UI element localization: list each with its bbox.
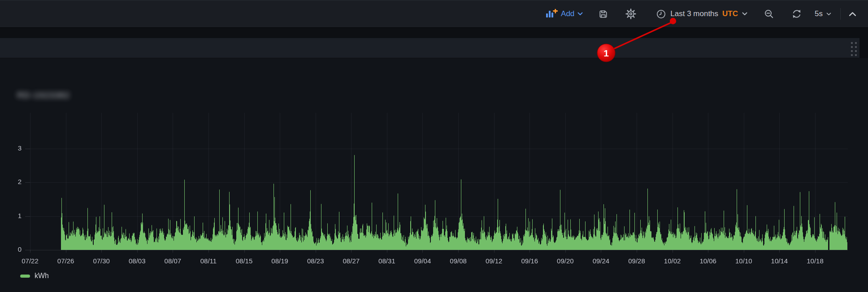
y-tick-label: 1 <box>0 212 22 219</box>
x-tick-label: 08/03 <box>129 257 146 265</box>
zoom-out-button[interactable] <box>759 0 779 27</box>
x-tick-label: 10/10 <box>735 257 752 265</box>
x-tick-label: 10/06 <box>699 257 716 265</box>
save-icon <box>598 9 608 19</box>
x-tick-label: 09/28 <box>628 257 645 265</box>
legend-item-kwh[interactable]: kWh <box>20 272 49 280</box>
y-tick-label: 3 <box>0 144 22 152</box>
x-tick-label: 07/26 <box>57 257 74 265</box>
toolbar-actions: Add <box>541 0 868 27</box>
chevron-up-icon <box>849 12 856 17</box>
add-button[interactable]: Add <box>541 0 587 27</box>
x-axis-labels: 07/2207/2607/3008/0308/0708/1108/1508/19… <box>0 257 868 266</box>
collapse-toolbar-button[interactable] <box>846 0 859 27</box>
gear-icon <box>625 9 636 19</box>
legend-label: kWh <box>35 272 49 280</box>
x-tick-label: 08/31 <box>378 257 395 265</box>
chevron-down-icon <box>826 13 831 16</box>
timezone-label: UTC <box>722 9 738 18</box>
y-tick-label: 0 <box>0 245 22 253</box>
y-tick-label: 2 <box>0 178 22 185</box>
x-tick-label: 10/18 <box>807 257 824 265</box>
x-tick-label: 08/07 <box>165 257 182 265</box>
x-tick-label: 10/02 <box>664 257 681 265</box>
clock-icon <box>656 9 666 19</box>
chart-panel: RD-1923382 0123 07/2207/2607/3008/0308/0… <box>0 58 868 292</box>
x-tick-label: 09/16 <box>521 257 538 265</box>
toolbar-divider <box>840 8 841 20</box>
chevron-down-icon <box>742 12 747 16</box>
drag-handle-icon[interactable] <box>851 42 857 56</box>
x-tick-label: 07/30 <box>93 257 110 265</box>
x-tick-label: 09/08 <box>450 257 467 265</box>
time-range-label: Last 3 months <box>670 9 718 18</box>
x-tick-label: 08/27 <box>343 257 360 265</box>
legend: kWh <box>20 272 49 280</box>
add-button-label: Add <box>561 9 574 18</box>
x-tick-label: 08/23 <box>307 257 324 265</box>
dashboard-settings-button[interactable] <box>621 0 641 27</box>
grafana-dashboard: Add <box>0 0 868 292</box>
refresh-interval-button[interactable]: 5s <box>810 0 836 27</box>
refresh-interval-label: 5s <box>815 9 823 18</box>
x-tick-label: 09/24 <box>593 257 610 265</box>
legend-swatch <box>20 275 30 278</box>
collapsed-row <box>0 38 859 58</box>
x-tick-label: 09/12 <box>486 257 503 265</box>
x-tick-label: 09/20 <box>557 257 574 265</box>
zoom-out-icon <box>764 9 774 19</box>
save-dashboard-button[interactable] <box>594 0 613 27</box>
dashboard-toolbar: Add <box>0 0 868 27</box>
refresh-button[interactable] <box>787 0 807 27</box>
x-tick-label: 08/15 <box>236 257 253 265</box>
x-tick-label: 08/11 <box>200 257 217 265</box>
panel-title[interactable]: RD-1923382 <box>17 90 70 100</box>
x-tick-label: 07/22 <box>22 257 39 265</box>
x-tick-label: 08/19 <box>271 257 288 265</box>
chevron-down-icon <box>577 12 583 16</box>
x-tick-label: 10/14 <box>771 257 788 265</box>
add-panel-icon <box>546 9 558 19</box>
x-tick-label: 09/04 <box>414 257 431 265</box>
time-range-picker-button[interactable]: Last 3 months UTC <box>651 0 752 27</box>
refresh-icon <box>791 9 802 19</box>
